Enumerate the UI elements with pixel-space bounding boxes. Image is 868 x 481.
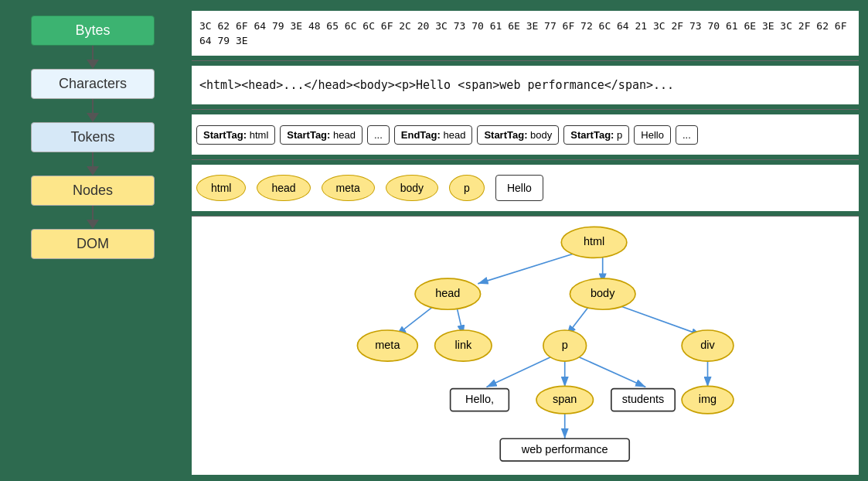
edge-body-div [618, 305, 702, 336]
dom-meta-label: meta [375, 339, 400, 351]
stage-characters: Characters [31, 69, 155, 99]
edge-p-students [579, 356, 646, 387]
nodes-section: html head meta body p Hello [192, 160, 859, 217]
token-ellipsis-1: ... [367, 125, 390, 145]
node-meta: meta [322, 175, 375, 201]
edge-html-head [478, 253, 577, 284]
characters-label: Characters [59, 76, 127, 91]
token-starttag-body: StartTag: body [477, 125, 559, 145]
bytes-section: 3C 62 6F 64 79 3E 48 65 6C 6C 6F 2C 20 3… [192, 6, 859, 61]
nodes-label: Nodes [73, 183, 113, 198]
dom-students-label: students [622, 393, 665, 405]
dom-img-label: img [699, 393, 717, 405]
node-body: body [386, 175, 438, 201]
dom-head-label: head [435, 287, 460, 299]
token-text-hello: Hello [634, 125, 671, 145]
token-endtag-head: EndTag: head [394, 125, 473, 145]
bytes-text: 3C 62 6F 64 79 3E 48 65 6C 6C 6F 2C 20 3… [192, 11, 859, 56]
dom-html-label: html [584, 235, 604, 247]
dom-webperf-label: web performance [521, 443, 608, 455]
bytes-value: 3C 62 6F 64 79 3E 48 65 6C 6C 6F 2C 20 3… [199, 19, 851, 49]
dom-span-label: span [553, 393, 577, 405]
arrow-nodes-dom [87, 206, 99, 229]
dom-p-label: p [562, 339, 568, 351]
stage-bytes: Bytes [31, 15, 155, 46]
token-starttag-html: StartTag: html [196, 125, 275, 145]
arrow-tokens-nodes [87, 152, 99, 176]
edge-head-meta [397, 305, 435, 336]
node-head: head [257, 175, 310, 201]
stage-tokens: Tokens [31, 122, 155, 152]
stage-nodes: Nodes [31, 176, 155, 206]
token-starttag-head: StartTag: head [280, 125, 363, 145]
characters-section: <html><head>...</head><body><p>Hello <sp… [192, 61, 859, 110]
right-content: 3C 62 6F 64 79 3E 48 65 6C 6C 6F 2C 20 3… [186, 0, 868, 481]
node-hello-text: Hello [495, 175, 543, 201]
tokens-row: StartTag: html StartTag: head ... EndTag… [192, 114, 859, 155]
dom-hello-label: Hello, [465, 393, 494, 405]
tokens-section: StartTag: html StartTag: head ... EndTag… [192, 110, 859, 160]
dom-body-label: body [591, 287, 615, 299]
arrow-chars-tokens [87, 99, 99, 122]
bytes-label: Bytes [75, 22, 110, 38]
dom-div-label: div [700, 339, 715, 351]
token-starttag-p: StartTag: p [563, 125, 629, 145]
chars-text: <html><head>...</head><body><p>Hello <sp… [192, 66, 859, 104]
dom-section: html head body meta link p div [192, 217, 859, 475]
token-ellipsis-2: ... [676, 125, 698, 145]
arrow-bytes-chars [87, 46, 99, 69]
dom-link-label: link [454, 339, 471, 351]
node-hello-label: Hello [507, 182, 532, 194]
chars-value: <html><head>...</head><body><p>Hello <sp… [199, 78, 674, 92]
dom-tree-svg: html head body meta link p div [192, 217, 859, 475]
stage-dom: DOM [31, 229, 155, 259]
node-p: p [449, 175, 485, 201]
main-container: Bytes Characters Tokens Nodes [0, 0, 868, 481]
edge-p-hello [486, 356, 551, 387]
dom-label: DOM [77, 236, 109, 251]
tokens-label: Tokens [70, 129, 114, 145]
nodes-row: html head meta body p Hello [192, 165, 859, 211]
node-html: html [196, 175, 246, 201]
left-pipeline: Bytes Characters Tokens Nodes [0, 0, 186, 481]
